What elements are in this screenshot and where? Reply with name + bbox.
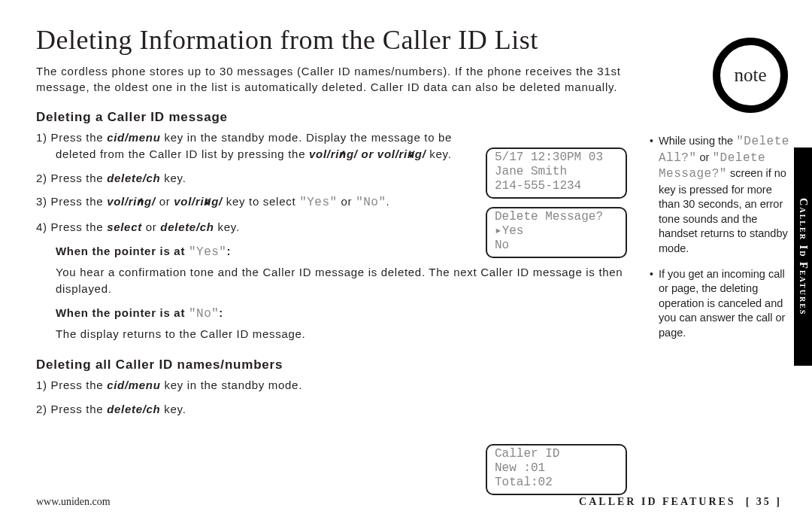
when-no-label: When the pointer is at "No": — [36, 305, 630, 323]
page-footer: www.uniden.com CALLER ID FEATURES [ 35 ] — [36, 496, 782, 508]
heading-delete-one: Deleting a Caller ID message — [36, 110, 630, 125]
note-item: If you get an incoming call or page, the… — [650, 267, 792, 341]
all-step-2: 2) Press the delete/ch key. — [36, 401, 630, 418]
when-yes-body: You hear a confirmation tone and the Cal… — [36, 264, 630, 297]
page-title: Deleting Information from the Caller ID … — [36, 24, 630, 56]
intro-paragraph: The cordless phone stores up to 30 messa… — [36, 63, 630, 95]
note-icon: note — [713, 38, 788, 113]
lcd-caller-entry: 5/17 12:30PM 03 Jane Smith 214-555-1234 — [486, 147, 627, 199]
step-1: 1) Press the cid/menu key in the standby… — [36, 129, 481, 163]
note-list: While using the "Delete All?" or "Delete… — [650, 134, 792, 351]
all-step-1: 1) Press the cid/menu key in the standby… — [36, 377, 630, 394]
footer-page: CALLER ID FEATURES [ 35 ] — [579, 496, 782, 508]
heading-delete-all: Deleting all Caller ID names/numbers — [36, 357, 630, 373]
section-tab: Caller Id Features — [794, 147, 812, 366]
lcd-delete-message: Delete Message? ▸Yes No — [486, 207, 627, 258]
lcd-caller-id-summary: Caller ID New :01 Total:02 — [486, 444, 627, 495]
footer-url: www.uniden.com — [36, 496, 111, 508]
when-no-body: The display returns to the Caller ID mes… — [36, 326, 630, 342]
note-item: While using the "Delete All?" or "Delete… — [650, 134, 792, 257]
